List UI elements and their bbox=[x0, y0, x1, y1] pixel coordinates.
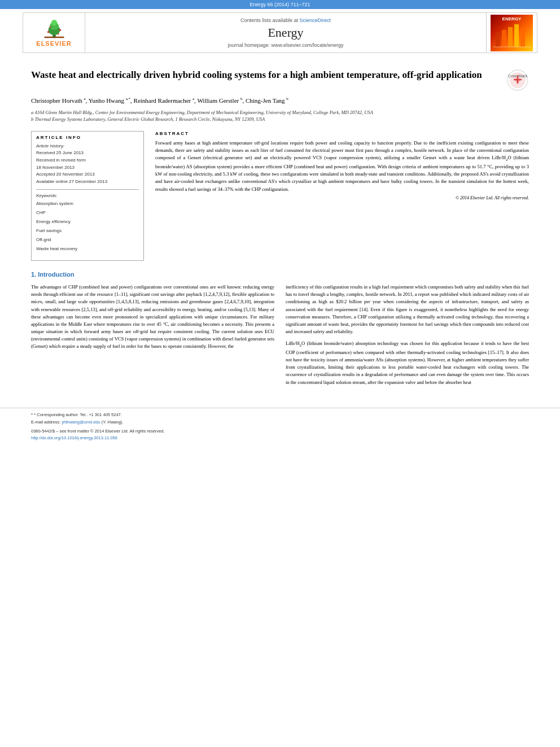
svg-point-7 bbox=[49, 26, 51, 28]
keyword-5: Off-grid bbox=[36, 235, 139, 244]
introduction-heading: 1. Introduction bbox=[31, 271, 529, 278]
abstract-text: Forward army bases at high ambient tempe… bbox=[155, 139, 529, 193]
intro-right-para2: LiBr/H2O (lithium bromide/water) absorpt… bbox=[286, 340, 529, 386]
journal-reference-bar: Energy 66 (2014) 711–721 bbox=[0, 0, 560, 9]
corresponding-author-text: * Corresponding author. Tel.: +1 301 405… bbox=[34, 412, 122, 417]
svg-rect-11 bbox=[502, 30, 506, 47]
article-info-abstract-section: ARTICLE INFO Article history: Received 2… bbox=[31, 131, 529, 261]
email-link[interactable]: yhlhwang@umd.edu bbox=[62, 420, 100, 425]
article-title: Waste heat and electrically driven hybri… bbox=[31, 69, 501, 81]
journal-title-area: Contents lists available at ScienceDirec… bbox=[85, 13, 486, 53]
footer-corresponding-author: * * Corresponding author. Tel.: +1 301 4… bbox=[31, 412, 529, 419]
elsevier-tree-icon bbox=[37, 19, 71, 39]
available-date: Available online 27 December 2013 bbox=[36, 178, 139, 186]
footer-email: E-mail address: yhlhwang@umd.edu (Y. Hwa… bbox=[31, 419, 529, 426]
abstract-copyright: © 2014 Elsevier Ltd. All rights reserved… bbox=[155, 195, 529, 200]
email-label: E-mail address: bbox=[31, 420, 62, 425]
journal-cover-area: ENERGY bbox=[486, 13, 537, 53]
elsevier-logo-area: ELSEVIER bbox=[23, 13, 85, 53]
contents-text: Contents lists available at bbox=[240, 18, 300, 23]
journal-homepage-line: journal homepage: www.elsevier.com/locat… bbox=[228, 42, 343, 48]
abstract-column: ABSTRACT Forward army bases at high ambi… bbox=[155, 131, 529, 261]
affiliation-a: a 4164 Glenn Martin Hall Bldg., Center f… bbox=[31, 109, 529, 116]
accepted-date: Accepted 20 November 2013 bbox=[36, 171, 139, 178]
journal-header: ELSEVIER Contents lists available at Sci… bbox=[23, 12, 537, 53]
section-title-text: Introduction bbox=[38, 271, 74, 278]
article-info-heading: ARTICLE INFO bbox=[36, 135, 139, 140]
svg-rect-14 bbox=[520, 28, 525, 47]
elsevier-wordmark: ELSEVIER bbox=[36, 40, 71, 47]
cover-title: ENERGY bbox=[502, 16, 522, 21]
introduction-section: 1. Introduction The advantages of CHP (c… bbox=[31, 271, 529, 391]
svg-rect-12 bbox=[508, 27, 513, 47]
cover-graphic bbox=[493, 21, 531, 49]
doi-link[interactable]: http://dx.doi.org/10.1016/j.energy.2013.… bbox=[31, 435, 117, 440]
crossmark-icon: CrossMark bbox=[507, 69, 528, 91]
article-info-box: ARTICLE INFO Article history: Received 2… bbox=[31, 131, 144, 261]
elsevier-logo: ELSEVIER bbox=[36, 19, 71, 47]
journal-reference-text: Energy 66 (2014) 711–721 bbox=[250, 2, 310, 7]
keyword-6: Waste heat recovery bbox=[36, 244, 139, 254]
main-content: Waste heat and electrically driven hybri… bbox=[0, 56, 560, 396]
homepage-text: journal homepage: www.elsevier.com/locat… bbox=[228, 42, 343, 48]
article-title-section: Waste heat and electrically driven hybri… bbox=[31, 69, 529, 91]
keyword-2: CHP bbox=[36, 208, 139, 217]
page-footer: * * Corresponding author. Tel.: +1 301 4… bbox=[0, 408, 560, 445]
svg-rect-10 bbox=[496, 33, 500, 47]
svg-point-21 bbox=[515, 78, 520, 82]
keywords-block: Keywords: Absorption system CHP Energy e… bbox=[36, 193, 139, 254]
affiliation-b: b Thermal Energy Systems Laboratory, Gen… bbox=[31, 116, 529, 123]
footer-doi: http://dx.doi.org/10.1016/j.energy.2013.… bbox=[31, 435, 529, 442]
journal-name: Energy bbox=[268, 25, 303, 40]
revised-date: 18 November 2013 bbox=[36, 164, 139, 172]
contents-available-line: Contents lists available at ScienceDirec… bbox=[240, 18, 331, 23]
sciencedirect-link[interactable]: ScienceDirect bbox=[300, 18, 331, 23]
affiliations: a 4164 Glenn Martin Hall Bldg., Center f… bbox=[31, 109, 529, 124]
received-date: Received 25 June 2013 bbox=[36, 150, 139, 157]
footer-copyright: 0360-5442/$ – see front matter © 2014 El… bbox=[31, 428, 529, 435]
copyright-text: 0360-5442/$ – see front matter © 2014 El… bbox=[31, 429, 165, 434]
journal-cover-image: ENERGY bbox=[491, 15, 533, 51]
divider bbox=[36, 189, 139, 190]
crossmark-area[interactable]: CrossMark bbox=[506, 69, 529, 91]
svg-point-8 bbox=[57, 33, 59, 34]
article-info-column: ARTICLE INFO Article history: Received 2… bbox=[31, 131, 144, 261]
section-number: 1. bbox=[31, 271, 36, 278]
footnote-star: * bbox=[31, 412, 33, 417]
intro-left-para1: The advantages of CHP (combined heat and… bbox=[31, 283, 274, 351]
article-history-block: Article history: Received 25 June 2013 R… bbox=[36, 143, 139, 186]
history-label: Article history: bbox=[36, 143, 139, 148]
svg-point-6 bbox=[59, 29, 61, 31]
intro-right-para1: inefficiency of this configuration resul… bbox=[286, 283, 529, 335]
svg-rect-13 bbox=[514, 24, 519, 47]
email-author-name: (Y. Hwang). bbox=[102, 420, 124, 425]
keyword-4: Fuel savings bbox=[36, 226, 139, 235]
authors-line: Christopher Horvath a, Yunho Hwang a,*, … bbox=[31, 96, 529, 106]
keywords-list: Absorption system CHP Energy efficiency … bbox=[36, 199, 139, 254]
svg-point-5 bbox=[47, 31, 49, 33]
keywords-label: Keywords: bbox=[36, 193, 139, 198]
keyword-1: Absorption system bbox=[36, 199, 139, 208]
introduction-body: The advantages of CHP (combined heat and… bbox=[31, 283, 529, 391]
abstract-heading: ABSTRACT bbox=[155, 131, 529, 136]
intro-right-column: inefficiency of this configuration resul… bbox=[286, 283, 529, 391]
svg-rect-4 bbox=[44, 36, 64, 38]
keyword-3: Energy efficiency bbox=[36, 217, 139, 226]
intro-left-column: The advantages of CHP (combined heat and… bbox=[31, 283, 274, 391]
svg-point-3 bbox=[51, 19, 57, 25]
revised-label: Received in revised form bbox=[36, 157, 139, 164]
